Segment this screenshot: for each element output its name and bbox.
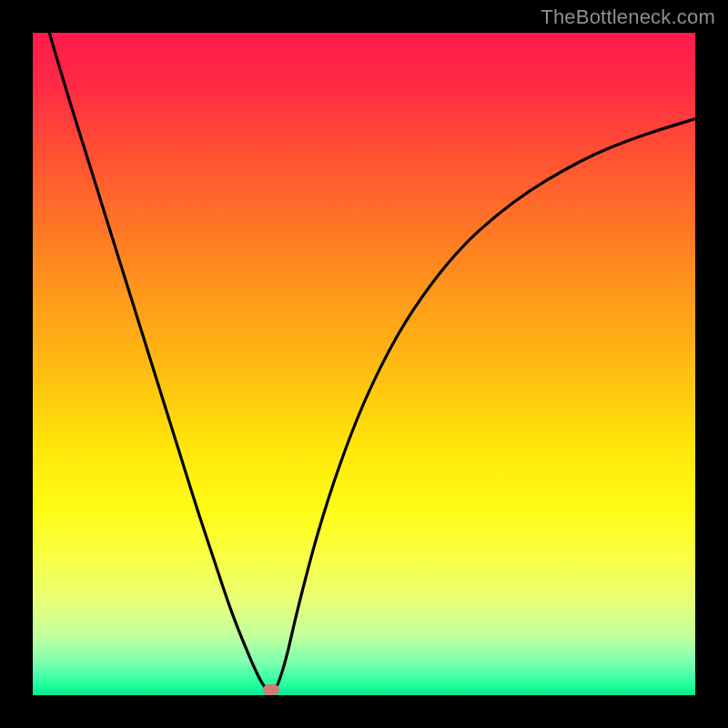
minimum-marker [263, 684, 279, 695]
plot-area [33, 33, 695, 695]
bottleneck-curve [33, 33, 695, 695]
chart-frame: TheBottleneck.com [0, 0, 728, 728]
watermark-text: TheBottleneck.com [541, 5, 715, 29]
